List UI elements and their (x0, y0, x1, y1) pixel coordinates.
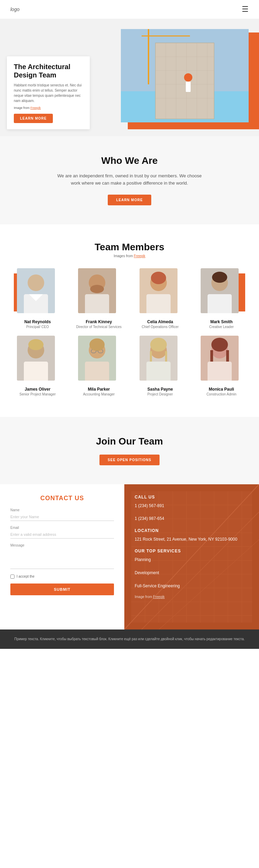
message-textarea[interactable] (10, 548, 114, 569)
celia-almeda-avatar-svg (140, 268, 178, 313)
svg-rect-50 (146, 362, 171, 381)
svg-rect-37 (24, 362, 48, 381)
mila-parker-role: Accounting Manager (72, 392, 126, 396)
team-title: Team Members (7, 242, 252, 253)
name-input[interactable] (10, 513, 114, 521)
join-team-section: Join Our Team SEE OPEN POSITIONS (0, 417, 259, 484)
monica-pauli-photo-wrap (201, 336, 242, 384)
james-oliver-name: James Oliver (10, 387, 65, 392)
see-open-positions-button[interactable]: SEE OPEN POSITIONS (99, 455, 160, 465)
svg-rect-44 (85, 362, 109, 381)
contact-freepik-link[interactable]: Freepik (153, 595, 164, 599)
team-row-2: James Oliver Senior Project Manager (7, 336, 252, 396)
svg-rect-49 (165, 351, 167, 362)
mila-parker-name: Mila Parker (72, 387, 126, 392)
svg-rect-48 (150, 351, 152, 362)
accept-label: I accept the (17, 575, 35, 578)
svg-rect-29 (146, 294, 171, 313)
svg-point-17 (185, 74, 192, 78)
hero-title: The Architectural Design Team (14, 63, 83, 79)
hero-image (121, 29, 249, 122)
nat-reynolds-photo (17, 268, 55, 313)
james-oliver-photo-wrap (17, 336, 58, 384)
contact-form-panel: CONTACT US Name Email Message I accept t… (0, 484, 124, 629)
mark-smith-photo (201, 268, 239, 313)
email-input[interactable] (10, 531, 114, 539)
monica-pauli-avatar-svg (201, 336, 239, 381)
hero-description: Habitant morbi tristique senectus et. Ne… (14, 83, 83, 103)
service1: Planning (135, 556, 249, 564)
james-oliver-role: Senior Project Manager (10, 392, 65, 396)
footer-text: Пример текста. Кликните, чтобы выбрать т… (10, 636, 249, 642)
join-team-title: Join Our Team (10, 436, 249, 447)
message-label: Message (10, 543, 114, 547)
location-title: LOCATION (135, 528, 249, 533)
header: logo ☰ (0, 0, 259, 19)
svg-point-28 (151, 272, 166, 284)
svg-rect-16 (186, 82, 191, 92)
hero-card: The Architectural Design Team Habitant m… (7, 56, 90, 129)
hamburger-menu[interactable]: ☰ (242, 5, 249, 14)
svg-point-24 (90, 285, 104, 293)
nat-reynolds-name: Nat Reynolds (10, 319, 65, 324)
sasha-payne-role: Project Designer (133, 392, 188, 396)
hero-section: The Architectural Design Team Habitant m… (0, 19, 259, 136)
contact-image-note: Image from Freepik (135, 594, 249, 600)
svg-point-36 (28, 339, 44, 350)
nat-reynolds-avatar-svg (17, 268, 55, 313)
nat-reynolds-photo-wrap (17, 268, 58, 317)
monica-pauli-name: Monica Pauli (194, 387, 249, 392)
svg-rect-56 (208, 362, 232, 381)
sasha-payne-name: Sasha Payne (133, 387, 188, 392)
submit-button[interactable]: SUBMIT (10, 584, 114, 595)
team-member-sasha-payne: Sasha Payne Project Designer (133, 336, 188, 396)
mark-smith-name: Mark Smith (194, 319, 249, 324)
sasha-payne-avatar-svg (140, 336, 178, 381)
team-image-note: Images from Freepik (7, 254, 252, 258)
freepik-link[interactable]: Freepik (30, 106, 41, 110)
contact-title: CONTACT US (10, 495, 114, 502)
mark-smith-role: Creative Leader (194, 325, 249, 329)
celia-almeda-name: Celia Almeda (133, 319, 188, 324)
celia-almeda-role: Chief Operations Officer (133, 325, 188, 329)
svg-point-53 (211, 338, 228, 352)
frank-kinney-photo-wrap (78, 268, 119, 317)
frank-kinney-name: Frank Kinney (72, 319, 126, 324)
frank-kinney-role: Director of Technical Services (72, 325, 126, 329)
call-us-title: CALL US (135, 495, 249, 500)
team-member-monica-pauli: Monica Pauli Construction Admin (194, 336, 249, 396)
monica-pauli-photo (201, 336, 239, 381)
team-row-1: Nat Reynolds Principal/ CEO Frank Kinney… (7, 268, 252, 329)
phone2: 1 (234) 987-654 (135, 515, 249, 523)
mila-parker-photo-wrap (78, 336, 119, 384)
logo: logo (10, 7, 19, 12)
team-member-mark-smith: Mark Smith Creative Leader (194, 268, 249, 329)
name-label: Name (10, 508, 114, 512)
email-label: Email (10, 526, 114, 530)
svg-point-43 (89, 338, 105, 351)
mila-parker-avatar-svg (78, 336, 116, 381)
accept-checkbox-row: I accept the (10, 575, 114, 579)
accept-checkbox[interactable] (10, 575, 15, 579)
frank-kinney-avatar-svg (78, 268, 116, 313)
sasha-payne-photo (140, 336, 178, 381)
team-member-mila-parker: Mila Parker Accounting Manager (72, 336, 126, 396)
team-freepik-link[interactable]: Freepik (134, 254, 145, 258)
services-title: OUR TOP SERVICES (135, 549, 249, 553)
hero-learn-more-button[interactable]: LEARN MORE (14, 114, 53, 123)
svg-rect-2 (155, 43, 214, 119)
mila-parker-photo (78, 336, 116, 381)
phone1: 1 (234) 567-891 (135, 502, 249, 510)
contact-info-content: CALL US 1 (234) 567-891 1 (234) 987-654 … (135, 495, 249, 600)
who-we-are-learn-more-button[interactable]: LEARN MORE (108, 195, 151, 205)
contact-section: CONTACT US Name Email Message I accept t… (0, 484, 259, 629)
svg-point-47 (150, 338, 167, 352)
svg-point-19 (28, 274, 44, 291)
james-oliver-avatar-svg (17, 336, 55, 381)
team-member-nat-reynolds: Nat Reynolds Principal/ CEO (10, 268, 65, 329)
mark-smith-avatar-svg (201, 268, 239, 313)
frank-kinney-photo (78, 268, 116, 313)
who-we-are-description: We are an independent firm, owned in tru… (57, 172, 202, 187)
service3: Full-Service Engineering (135, 582, 249, 590)
contact-info-panel: CALL US 1 (234) 567-891 1 (234) 987-654 … (124, 484, 259, 629)
